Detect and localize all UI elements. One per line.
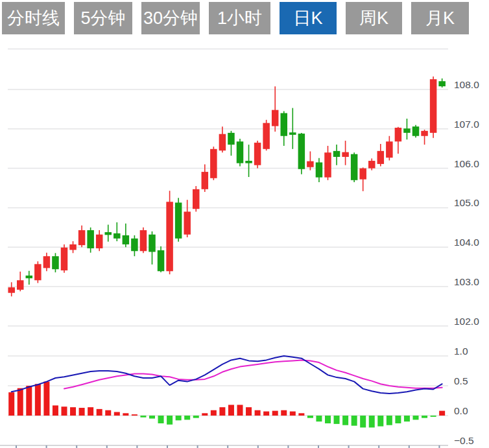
macd-histogram-bar — [413, 416, 419, 419]
candle-up — [17, 280, 24, 290]
price-axis-label: 107.0 — [454, 119, 479, 130]
candle-up — [430, 79, 437, 133]
candle-up — [202, 172, 209, 189]
price-axis-label: 106.0 — [454, 158, 479, 169]
candle-down — [228, 133, 235, 145]
macd-histogram-bar — [360, 416, 366, 427]
macd-axis-label: −0.5 — [454, 435, 474, 446]
candle-up — [184, 211, 191, 234]
candle-up — [140, 230, 147, 251]
macd-histogram-bar — [290, 412, 296, 416]
macd-histogram-bar — [334, 416, 340, 424]
macd-histogram-bar — [202, 413, 208, 416]
macd-histogram-bar — [176, 416, 182, 420]
macd-histogram-bar — [79, 408, 85, 416]
candle-down — [403, 128, 411, 133]
candle-down — [333, 151, 340, 157]
candle-down — [149, 235, 156, 252]
macd-histogram-bar — [105, 410, 111, 416]
macd-histogram-bar — [114, 412, 120, 416]
macd-histogram-bar — [219, 407, 225, 416]
macd-histogram-bar — [149, 416, 155, 419]
candle-down — [105, 232, 112, 235]
macd-histogram-bar — [211, 410, 217, 416]
candle-down — [289, 132, 296, 135]
candle-down — [123, 235, 130, 244]
candle-up — [61, 248, 68, 270]
candle-down — [245, 161, 252, 163]
candle-up — [386, 141, 393, 158]
macd-histogram-bar — [8, 392, 14, 416]
candle-up — [377, 151, 385, 164]
macd-histogram-bar — [35, 384, 41, 416]
macd-histogram-bar — [263, 412, 269, 416]
candle-up — [166, 202, 173, 271]
macd-histogram-bar — [422, 416, 427, 418]
candle-up — [359, 169, 366, 180]
macd-histogram-bar — [395, 416, 401, 423]
macd-histogram-bar — [53, 405, 58, 416]
macd-histogram-bar — [140, 416, 146, 418]
macd-histogram-bar — [352, 416, 357, 426]
macd-histogram-bar — [255, 410, 261, 416]
candle-up — [421, 131, 428, 136]
dif-line — [12, 356, 442, 394]
kline-macd-chart[interactable]: 108.0107.0106.0105.0104.0103.0102.01.00.… — [0, 0, 489, 448]
candle-up — [219, 134, 226, 151]
candle-down — [87, 230, 94, 248]
macd-histogram-bar — [184, 416, 190, 419]
macd-histogram-bar — [307, 416, 313, 418]
macd-histogram-bar — [158, 416, 164, 423]
candle-up — [210, 149, 217, 178]
candle-up — [8, 287, 15, 293]
candle-down — [237, 141, 244, 163]
macd-histogram-bar — [369, 416, 375, 427]
macd-axis-label: 0.5 — [454, 375, 468, 386]
candle-up — [69, 244, 77, 250]
macd-histogram-bar — [342, 416, 348, 425]
macd-axis-label: 0.0 — [454, 405, 468, 416]
candle-down — [26, 276, 33, 278]
candle-up — [272, 110, 279, 126]
candle-up — [324, 152, 331, 177]
macd-histogram-bar — [281, 410, 287, 416]
macd-histogram-bar — [70, 407, 76, 416]
macd-histogram-bar — [377, 416, 383, 427]
macd-histogram-bar — [88, 407, 93, 416]
dea-line — [64, 360, 442, 388]
macd-axis-label: 1.0 — [454, 346, 468, 357]
macd-histogram-bar — [439, 411, 445, 416]
macd-histogram-bar — [387, 416, 392, 425]
price-axis-label: 105.0 — [454, 197, 479, 208]
candle-up — [34, 264, 42, 280]
candle-up — [254, 143, 261, 165]
macd-histogram-bar — [43, 382, 49, 416]
candle-down — [298, 134, 305, 169]
price-axis-label: 108.0 — [454, 79, 479, 90]
price-axis-label: 102.0 — [454, 316, 479, 327]
candle-up — [96, 235, 103, 248]
macd-histogram-bar — [316, 416, 322, 421]
macd-histogram-bar — [193, 416, 199, 418]
macd-histogram-bar — [246, 407, 252, 416]
candle-up — [395, 128, 402, 141]
candle-up — [78, 230, 86, 245]
candle-up — [368, 161, 376, 169]
candle-down — [281, 113, 288, 136]
macd-histogram-bar — [62, 407, 67, 416]
macd-histogram-bar — [228, 405, 234, 416]
candle-down — [316, 162, 323, 177]
macd-histogram-bar — [132, 414, 137, 416]
macd-histogram-bar — [26, 386, 32, 416]
macd-histogram-bar — [237, 405, 243, 416]
candle-down — [52, 256, 59, 269]
candle-down — [131, 239, 138, 251]
macd-histogram-bar — [298, 413, 304, 416]
macd-histogram-bar — [272, 411, 278, 416]
macd-histogram-bar — [325, 416, 331, 423]
macd-histogram-bar — [431, 416, 436, 417]
price-axis-label: 104.0 — [454, 237, 479, 248]
macd-histogram-bar — [167, 416, 173, 425]
candle-up — [307, 161, 314, 167]
candle-up — [193, 189, 200, 209]
